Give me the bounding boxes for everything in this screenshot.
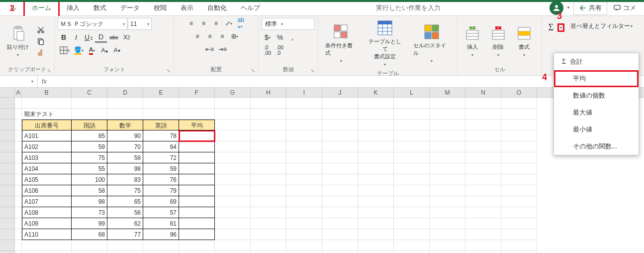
cell-heikin[interactable] — [179, 163, 215, 174]
empty-cell[interactable] — [107, 251, 143, 253]
sort-filter-button[interactable]: 並べ替えとフィルター — [570, 22, 630, 30]
empty-cell[interactable] — [465, 196, 501, 207]
number-format-select[interactable]: 標準▾ — [262, 18, 315, 30]
strikethrough-button[interactable]: abc — [107, 32, 120, 43]
empty-cell[interactable] — [179, 251, 215, 253]
comma-button[interactable]: , — [286, 32, 298, 43]
empty-cell[interactable] — [322, 218, 358, 229]
empty-cell[interactable] — [286, 141, 322, 152]
empty-cell[interactable] — [501, 141, 537, 152]
empty-cell[interactable] — [430, 196, 465, 207]
empty-cell[interactable] — [215, 130, 251, 141]
empty-cell[interactable] — [286, 251, 322, 253]
empty-cell[interactable] — [358, 163, 394, 174]
cell-heikin[interactable] — [179, 207, 215, 218]
orientation-button[interactable]: ⤢▾ — [223, 18, 235, 29]
empty-cell[interactable] — [286, 130, 322, 141]
fill-color-button[interactable]: 🪣▾ — [72, 45, 86, 56]
empty-cell[interactable] — [286, 229, 322, 240]
clipboard-launcher[interactable]: ⤡ — [47, 68, 53, 74]
wrap-text-button[interactable]: ab↩ — [235, 18, 247, 29]
cell-id[interactable]: A108 — [22, 207, 72, 218]
cell[interactable] — [22, 240, 72, 251]
row-header[interactable] — [0, 109, 15, 120]
bold-button[interactable]: B — [58, 32, 70, 43]
tab-automate[interactable]: 自動化 — [200, 0, 234, 16]
empty-cell[interactable] — [322, 174, 358, 185]
tab-insert[interactable]: 挿入 — [60, 0, 87, 16]
empty-cell[interactable] — [394, 218, 430, 229]
empty-cell[interactable] — [251, 196, 286, 207]
empty-cell[interactable] — [215, 251, 251, 253]
cell-kokugo[interactable]: 75 — [72, 152, 107, 163]
empty-cell[interactable] — [465, 152, 501, 163]
cell-header-heikin[interactable]: 1平均 — [179, 120, 215, 130]
cell-heikin[interactable] — [179, 229, 215, 240]
empty-cell[interactable] — [430, 141, 465, 152]
empty-cell[interactable] — [394, 229, 430, 240]
cell-kokugo[interactable]: 99 — [72, 218, 107, 229]
empty-cell[interactable] — [72, 240, 107, 251]
delete-cells-button[interactable]: × 削除▾ — [486, 23, 510, 59]
menu-item-sum[interactable]: Σ合計 — [554, 53, 639, 70]
empty-cell[interactable] — [394, 141, 430, 152]
cell[interactable] — [15, 207, 22, 218]
empty-cell[interactable] — [430, 218, 465, 229]
insert-cells-button[interactable]: + 挿入▾ — [460, 23, 484, 59]
empty-cell[interactable] — [358, 141, 394, 152]
empty-cell[interactable] — [394, 207, 430, 218]
empty-cell[interactable] — [465, 98, 501, 109]
cell-heikin[interactable] — [179, 174, 215, 185]
cell-eigo[interactable]: 61 — [143, 218, 179, 229]
empty-cell[interactable] — [430, 207, 465, 218]
cell-eigo[interactable]: 78 — [143, 130, 179, 141]
format-painter-button[interactable] — [35, 47, 47, 58]
empty-cell[interactable] — [322, 229, 358, 240]
tell-me-input[interactable]: 実行したい作業を入力 — [369, 0, 448, 16]
col-header-e[interactable]: E — [143, 88, 179, 97]
empty-cell[interactable] — [394, 185, 430, 196]
col-header-i[interactable]: I — [286, 88, 322, 97]
empty-cell[interactable] — [251, 120, 286, 130]
empty-cell[interactable] — [322, 109, 358, 120]
font-size-select[interactable]: 11▾ — [128, 18, 152, 30]
empty-cell[interactable] — [358, 218, 394, 229]
menu-item-min[interactable]: 最小値 — [554, 121, 639, 138]
empty-cell[interactable] — [215, 185, 251, 196]
col-header-l[interactable]: L — [394, 88, 430, 97]
empty-cell[interactable] — [251, 152, 286, 163]
col-header-h[interactable]: H — [251, 88, 286, 97]
cell[interactable] — [15, 120, 22, 130]
cell-kokugo[interactable]: 55 — [72, 163, 107, 174]
empty-cell[interactable] — [394, 130, 430, 141]
row-header[interactable] — [0, 251, 15, 253]
row-header[interactable] — [0, 229, 15, 240]
autosum-button[interactable]: Σ — [545, 22, 557, 33]
cell-id[interactable]: A104 — [22, 163, 72, 174]
cell-sugaku[interactable]: 65 — [107, 196, 143, 207]
tab-formulas[interactable]: 数式 — [87, 0, 113, 16]
empty-cell[interactable] — [465, 185, 501, 196]
cell-sugaku[interactable]: 70 — [107, 141, 143, 152]
empty-cell[interactable] — [143, 98, 179, 109]
empty-cell[interactable] — [251, 98, 286, 109]
align-bottom-button[interactable]: ≡ — [210, 18, 222, 29]
empty-cell[interactable] — [286, 218, 322, 229]
empty-cell[interactable] — [358, 120, 394, 130]
row-header[interactable] — [0, 141, 15, 152]
empty-cell[interactable] — [251, 185, 286, 196]
row-header[interactable] — [0, 98, 15, 109]
cell[interactable] — [15, 109, 22, 120]
cell-id[interactable]: A101 — [22, 130, 72, 141]
empty-cell[interactable] — [501, 229, 537, 240]
cell-kokugo[interactable]: 68 — [72, 229, 107, 240]
empty-cell[interactable] — [143, 251, 179, 253]
empty-cell[interactable] — [215, 207, 251, 218]
empty-cell[interactable] — [179, 240, 215, 251]
empty-cell[interactable] — [286, 174, 322, 185]
empty-cell[interactable] — [322, 163, 358, 174]
empty-cell[interactable] — [107, 240, 143, 251]
cell-kokugo[interactable]: 85 — [72, 130, 107, 141]
col-header-o[interactable]: O — [501, 88, 537, 97]
align-left-button[interactable]: ≡ — [191, 31, 203, 42]
